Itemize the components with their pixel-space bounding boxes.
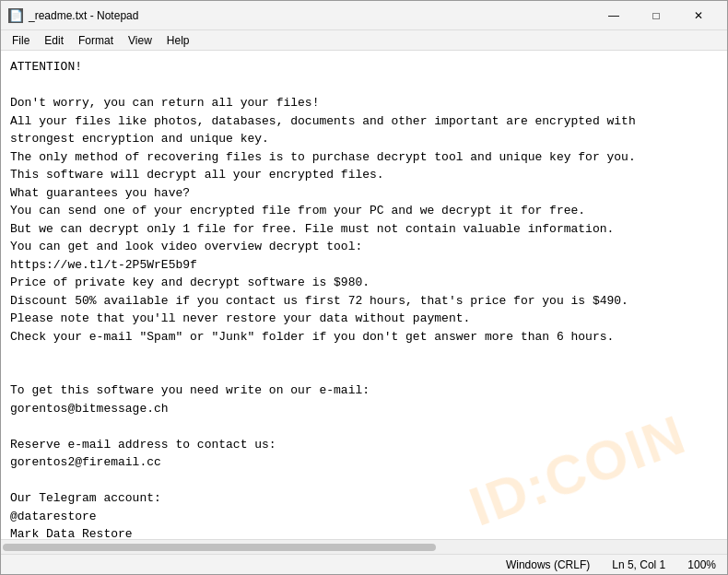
menu-file[interactable]: File	[5, 32, 37, 49]
menu-view[interactable]: View	[121, 32, 159, 49]
encoding-status: Windows (CRLF)	[506, 558, 590, 571]
scrollbar-track[interactable]	[3, 544, 725, 551]
scrollbar-thumb[interactable]	[3, 544, 436, 551]
status-bar: Windows (CRLF) Ln 5, Col 1 100%	[1, 554, 727, 574]
window-title: _readme.txt - Notepad	[29, 9, 593, 22]
window-controls: — □ ✕	[593, 1, 720, 30]
title-bar: 📄 _readme.txt - Notepad — □ ✕	[1, 1, 727, 30]
horizontal-scrollbar[interactable]	[1, 539, 727, 554]
menu-help[interactable]: Help	[159, 32, 197, 49]
menu-bar: File Edit Format View Help	[1, 30, 727, 51]
close-button[interactable]: ✕	[677, 1, 720, 30]
menu-edit[interactable]: Edit	[37, 32, 71, 49]
zoom-status: 100%	[687, 558, 716, 571]
line-col-status: Ln 5, Col 1	[612, 558, 665, 571]
maximize-button[interactable]: □	[635, 1, 677, 30]
minimize-button[interactable]: —	[593, 1, 635, 30]
text-editor[interactable]: ATTENTION! Don't worry, you can return a…	[1, 51, 727, 539]
content-area: ATTENTION! Don't worry, you can return a…	[1, 51, 727, 539]
menu-format[interactable]: Format	[71, 32, 121, 49]
notepad-window: 📄 _readme.txt - Notepad — □ ✕ File Edit …	[0, 0, 728, 575]
app-icon: 📄	[8, 8, 23, 23]
